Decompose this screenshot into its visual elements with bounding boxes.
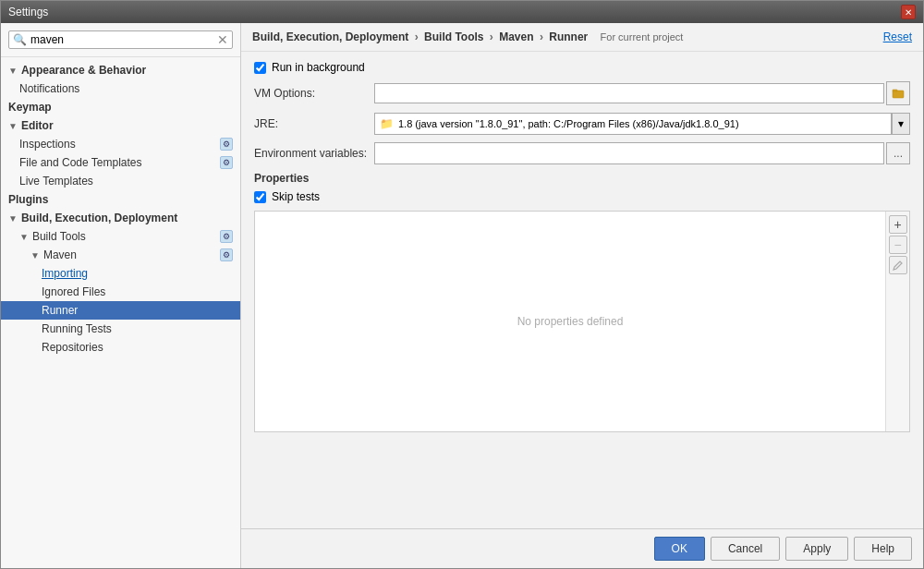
sidebar-item-keymap[interactable]: Keymap (1, 98, 240, 116)
footer: OK Cancel Apply Help (241, 528, 923, 568)
env-variables-button[interactable]: ... (886, 142, 910, 164)
main-panel: Build, Execution, Deployment › Build Too… (241, 23, 923, 568)
skip-tests-label: Skip tests (272, 190, 320, 203)
sidebar-item-notifications[interactable]: Notifications (1, 79, 240, 98)
sidebar: 🔍 ✕ ▼ Appearance & Behavior Notification… (1, 23, 241, 568)
search-input[interactable] (30, 33, 217, 46)
jre-label: JRE: (254, 117, 374, 130)
tree-nav: ▼ Appearance & Behavior Notifications Ke… (1, 57, 240, 568)
badge-icon: ⚙ (220, 230, 233, 243)
sidebar-item-runner[interactable]: Runner (1, 301, 240, 320)
title-bar: Settings ✕ (1, 1, 923, 23)
add-property-button[interactable]: + (889, 215, 907, 234)
sidebar-item-inspections[interactable]: Inspections ⚙ (1, 135, 240, 153)
expand-icon: ▼ (30, 250, 40, 260)
main-content: 🔍 ✕ ▼ Appearance & Behavior Notification… (1, 23, 923, 568)
expand-icon: ▼ (8, 66, 18, 76)
close-button[interactable]: ✕ (901, 5, 916, 19)
sidebar-item-repositories[interactable]: Repositories (1, 338, 240, 357)
sidebar-item-live-templates[interactable]: Live Templates (1, 172, 240, 190)
skip-tests-row: Skip tests (254, 190, 910, 203)
properties-actions: + − (885, 212, 909, 431)
no-properties-label: No properties defined (517, 315, 624, 328)
run-in-background-row: Run in background (254, 61, 910, 74)
properties-list: No properties defined (255, 212, 885, 431)
search-box: 🔍 ✕ (1, 23, 240, 57)
ok-button[interactable]: OK (654, 537, 705, 561)
svg-rect-1 (893, 90, 897, 91)
sidebar-item-maven[interactable]: ▼ Maven ⚙ (1, 246, 240, 264)
apply-button[interactable]: Apply (785, 537, 848, 561)
breadcrumb-bar: Build, Execution, Deployment › Build Too… (241, 23, 923, 52)
jre-value: 1.8 (java version "1.8.0_91", path: C:/P… (398, 118, 886, 129)
vm-options-row: VM Options: (254, 81, 910, 105)
reset-button[interactable]: Reset (883, 30, 912, 43)
jre-select[interactable]: 📁 1.8 (java version "1.8.0_91", path: C:… (374, 113, 892, 135)
sidebar-item-file-code-templates[interactable]: File and Code Templates ⚙ (1, 153, 240, 172)
sidebar-item-appearance-behavior[interactable]: ▼ Appearance & Behavior (1, 61, 240, 79)
search-wrap: 🔍 ✕ (8, 30, 233, 49)
expand-icon: ▼ (8, 121, 18, 131)
window-title: Settings (8, 6, 48, 18)
breadcrumb: Build, Execution, Deployment › Build Too… (252, 30, 683, 43)
badge-icon: ⚙ (220, 156, 233, 169)
jre-dropdown-button[interactable]: ▾ (892, 113, 910, 135)
edit-icon (893, 260, 904, 271)
sidebar-item-build-execution-deployment[interactable]: ▼ Build, Execution, Deployment (1, 209, 240, 227)
expand-icon: ▼ (8, 213, 18, 224)
vm-options-button[interactable] (886, 81, 910, 105)
vm-options-input[interactable] (374, 83, 884, 103)
badge-icon: ⚙ (220, 248, 233, 261)
remove-property-button[interactable]: − (889, 236, 907, 254)
search-icon: 🔍 (13, 33, 27, 46)
for-project-label: For current project (601, 31, 684, 42)
sidebar-item-plugins[interactable]: Plugins (1, 190, 240, 209)
search-clear-icon[interactable]: ✕ (217, 33, 228, 46)
edit-property-button[interactable] (889, 256, 907, 274)
sidebar-item-importing[interactable]: Importing (1, 264, 240, 283)
properties-panel: No properties defined + − (254, 211, 910, 432)
run-in-background-label: Run in background (272, 61, 365, 74)
env-variables-input[interactable] (374, 142, 884, 164)
vm-options-label: VM Options: (254, 87, 374, 100)
expand-icon: ▼ (19, 232, 29, 242)
jre-folder-icon: 📁 (380, 117, 394, 130)
jre-row: JRE: 📁 1.8 (java version "1.8.0_91", pat… (254, 113, 910, 135)
badge-icon: ⚙ (220, 138, 233, 151)
skip-tests-checkbox[interactable] (254, 191, 266, 203)
sidebar-item-running-tests[interactable]: Running Tests (1, 320, 240, 338)
folder-icon (892, 87, 905, 100)
sidebar-item-ignored-files[interactable]: Ignored Files (1, 283, 240, 301)
sidebar-item-build-tools[interactable]: ▼ Build Tools ⚙ (1, 227, 240, 246)
sidebar-item-editor[interactable]: ▼ Editor (1, 116, 240, 135)
settings-window: Settings ✕ 🔍 ✕ ▼ Appearance & Behavior N… (0, 0, 924, 569)
help-button[interactable]: Help (854, 537, 912, 561)
form-area: Run in background VM Options: JRE: (241, 52, 923, 528)
env-variables-label: Environment variables: (254, 147, 374, 160)
run-in-background-checkbox[interactable] (254, 62, 266, 74)
env-variables-row: Environment variables: ... (254, 142, 910, 164)
cancel-button[interactable]: Cancel (711, 537, 780, 561)
properties-section-title: Properties (254, 172, 910, 185)
